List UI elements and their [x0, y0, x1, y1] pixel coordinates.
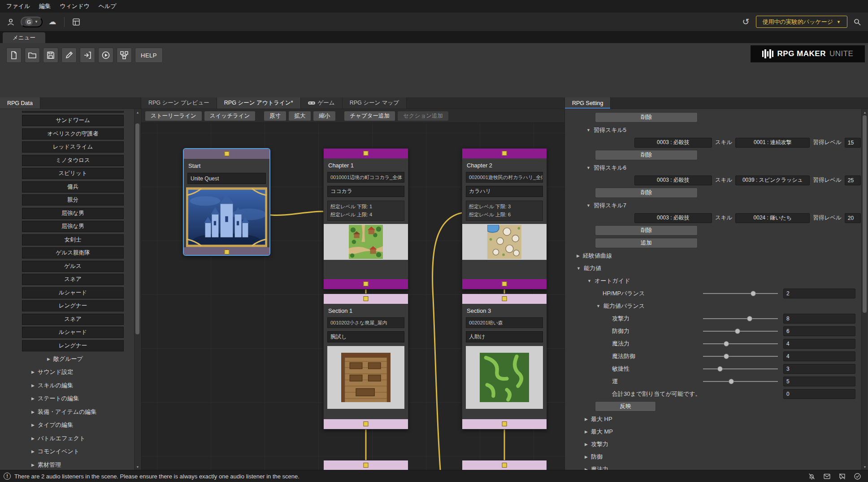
foldout-learned-skill-5[interactable]: ▼習得スキル5 [565, 124, 861, 136]
save-button[interactable] [43, 48, 58, 63]
node-section-2-partial[interactable] [323, 460, 408, 470]
connection-port[interactable] [502, 281, 507, 286]
list-item[interactable]: 傭兵 [22, 181, 124, 193]
slider-thumb[interactable] [751, 291, 756, 296]
magic-value[interactable]: 4 [783, 339, 855, 349]
tree-item-battle-effects[interactable]: ▶バトルエフェクト [0, 433, 134, 444]
tab-scene-outline[interactable]: RPG シーン アウトライン* [217, 97, 301, 109]
tab-rpg-data[interactable]: RPG Data [0, 97, 40, 109]
account-dropdown[interactable]: G ▼ [21, 17, 43, 27]
foldout-autoguide[interactable]: ▼オートガイド [565, 275, 861, 287]
delete-button[interactable]: 削除 [595, 188, 698, 198]
node-chapter-1[interactable]: Chapter 1 0010001辺境の町ココカラ_全体 ココカラ 想定レベル … [323, 148, 408, 289]
node-section-3[interactable]: Section 3 0020201暗い森 人助け [462, 294, 547, 429]
foldout-learned-skill-7[interactable]: ▼習得スキル7 [565, 199, 861, 211]
menu-edit[interactable]: 編集 [35, 0, 55, 12]
tree-item-enemy-group[interactable]: ▶敵グループ [0, 353, 134, 364]
foldout-magic[interactable]: ▶魔法力 [565, 463, 861, 470]
tree-item-equipment[interactable]: ▶装備・アイテムの編集 [0, 406, 134, 417]
skill-name-field[interactable]: 0024 : 鎌いたち [735, 213, 810, 223]
menu-file[interactable]: ファイル [2, 0, 35, 12]
total-value[interactable]: 0 [783, 389, 855, 399]
list-item[interactable]: スネア [22, 314, 124, 325]
connection-port[interactable] [364, 151, 369, 156]
history-icon[interactable]: ↺ [740, 16, 752, 28]
list-item[interactable]: ミノタウロス [22, 155, 124, 166]
skill-name-field[interactable]: 0039 : スピンクラッシュ [735, 175, 810, 185]
foldout-max-mp[interactable]: ▶最大 MP [565, 425, 861, 438]
menu-help[interactable]: ヘルプ [94, 0, 121, 12]
learn-level-field[interactable]: 25 [845, 175, 861, 185]
notifications-muted-icon[interactable] [807, 472, 816, 481]
connection-port[interactable] [364, 296, 369, 301]
connection-port[interactable] [224, 250, 229, 254]
quest-name-input[interactable]: Unite Quest [187, 173, 266, 184]
status-message[interactable]: There are 2 audio listeners in the scene… [14, 473, 299, 480]
list-item[interactable]: レングナー [22, 300, 124, 311]
agility-slider[interactable] [703, 368, 778, 369]
foldout-attack[interactable]: ▶攻撃力 [565, 438, 861, 450]
node-section-4-partial[interactable] [462, 460, 547, 470]
tree-item-skills[interactable]: ▶スキルの編集 [0, 380, 134, 391]
open-folder-button[interactable] [25, 48, 40, 63]
agility-value[interactable]: 3 [783, 364, 855, 374]
chapter-name-input[interactable]: ココカラ [327, 186, 404, 197]
connection-port[interactable] [364, 463, 369, 468]
add-chapter-button[interactable]: チャプター追加 [344, 111, 395, 121]
defense-slider[interactable] [703, 331, 778, 332]
foldout-exp-curve[interactable]: ▶経験値曲線 [565, 250, 861, 262]
learn-level-field[interactable]: 20 [845, 213, 861, 223]
import-export-button[interactable] [80, 48, 95, 63]
list-item[interactable]: 親分 [22, 194, 124, 206]
map-reference-field[interactable]: 0010001辺境の町ココカラ_全体 [327, 172, 404, 183]
zoom-in-button[interactable]: 拡大 [288, 111, 311, 121]
new-file-button[interactable] [6, 48, 22, 63]
list-item[interactable]: ルシャード [22, 327, 124, 338]
list-item[interactable]: ゲルス親衛隊 [22, 247, 124, 259]
storyline-button[interactable]: ストーリーライン [145, 111, 202, 121]
left-scrollbar[interactable]: ▲ ▼ [134, 109, 140, 470]
tab-scene-preview[interactable]: RPG シーン プレビュー [141, 97, 217, 109]
defense-value[interactable]: 6 [783, 326, 855, 336]
connection-port[interactable] [364, 281, 369, 286]
skill-type-field[interactable]: 0003 : 必殺技 [634, 213, 712, 223]
foldout-ability-values[interactable]: ▼能力値 [565, 262, 861, 274]
connection-port[interactable] [502, 296, 507, 301]
cloud-icon[interactable]: ☁ [46, 16, 59, 28]
slider-thumb[interactable] [724, 341, 729, 346]
skill-type-field[interactable]: 0003 : 必殺技 [634, 175, 712, 185]
scroll-up-icon[interactable]: ▲ [862, 109, 868, 115]
node-graph-canvas[interactable]: Start Unite Quest [141, 123, 564, 470]
connection-port[interactable] [502, 463, 507, 468]
tab-menu[interactable]: メニュー [3, 32, 45, 43]
search-icon[interactable] [851, 16, 864, 28]
alerts-muted-icon[interactable] [838, 472, 846, 481]
foldout-ability-balance[interactable]: ▼能力値バランス [565, 300, 861, 312]
slider-thumb[interactable] [735, 329, 740, 334]
connection-port[interactable] [224, 151, 229, 156]
list-item[interactable]: 屈強な男 [22, 221, 124, 232]
tree-item-states[interactable]: ▶ステートの編集 [0, 393, 134, 404]
list-item[interactable]: ゲルス [22, 261, 124, 272]
foldout-learned-skill-6[interactable]: ▼習得スキル6 [565, 162, 861, 174]
scroll-up-icon[interactable]: ▲ [135, 109, 141, 115]
magic-slider[interactable] [703, 343, 778, 344]
luck-value[interactable]: 5 [783, 377, 855, 386]
menu-window[interactable]: ウィンドウ [55, 0, 94, 12]
node-chapter-2[interactable]: Chapter 2 0020001遊牧民の村カラハリ_全体 カラハリ 想定レベル… [462, 148, 547, 289]
node-start[interactable]: Start Unite Quest [183, 148, 270, 256]
node-section-1[interactable]: Section 1 0010202小さな廃屋_屋内 腕試し [323, 294, 408, 429]
scrollbar-thumb[interactable] [863, 115, 867, 313]
experimental-packages-button[interactable]: 使用中の実験的パッケージ ▼ [756, 16, 847, 28]
map-reference-field[interactable]: 0020001遊牧民の村カラハリ_全体 [466, 172, 543, 183]
attack-slider[interactable] [703, 318, 778, 319]
help-button[interactable]: HELP [135, 48, 163, 63]
tree-item-types[interactable]: ▶タイプの編集 [0, 420, 134, 431]
map-reference-field[interactable]: 0010202小さな廃屋_屋内 [327, 317, 404, 328]
section-name-input[interactable]: 人助け [466, 331, 543, 342]
package-grid-icon[interactable] [70, 16, 82, 28]
attack-value[interactable]: 8 [783, 314, 855, 324]
list-item[interactable]: サンドワーム [22, 115, 124, 126]
edit-pencil-button[interactable] [61, 48, 77, 63]
scrollbar-thumb[interactable] [135, 123, 139, 334]
